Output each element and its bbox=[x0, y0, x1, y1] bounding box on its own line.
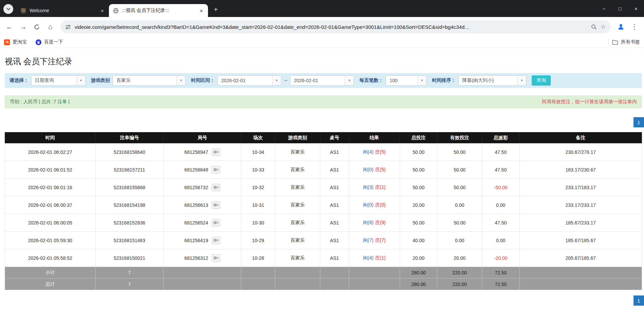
table-number: AS1 bbox=[320, 179, 349, 196]
table-number: AS1 bbox=[320, 196, 349, 214]
session: 10-33 bbox=[241, 161, 275, 179]
filter-bar: 请选择： 日期查询 ▼ 游戏类别 百家乐 ▼ 时间区间： 2026-02-01 … bbox=[5, 73, 642, 88]
date-range-tilde: ~ bbox=[284, 78, 287, 83]
table-row: 2026-02-01 06:02:27 523168158640 6812569… bbox=[5, 143, 642, 161]
tab-title: Welcome bbox=[30, 8, 96, 13]
new-tab-button[interactable]: + bbox=[211, 4, 221, 15]
game-type-label: 游戏类别 bbox=[91, 77, 110, 84]
round-cell: 681256613 bbox=[164, 196, 241, 214]
chevron-down-icon[interactable]: ▼ bbox=[176, 76, 185, 85]
video-icon bbox=[213, 238, 219, 242]
table-row: 2026-02-01 06:01:16 523168155668 6812567… bbox=[5, 179, 642, 196]
date-end-value: 2026-02-01 bbox=[290, 78, 345, 83]
date-end-select[interactable]: 2026-02-01 ▼ bbox=[290, 75, 354, 86]
result-banker: 庄(0) bbox=[375, 202, 386, 208]
payout: -50.00 bbox=[482, 179, 519, 196]
col-header-payout: 总派彩 bbox=[482, 132, 519, 143]
result-player: 闲(3) bbox=[363, 184, 373, 190]
baidu-paw-icon bbox=[36, 39, 41, 45]
bookmark-baidu[interactable]: 百度一下 bbox=[36, 39, 63, 45]
page-size-select[interactable]: 100 ▼ bbox=[386, 75, 427, 86]
search-button[interactable]: 查询 bbox=[532, 75, 551, 86]
note: 230.67/278.17 bbox=[519, 143, 642, 161]
round-cell: 681256312 bbox=[164, 249, 241, 267]
window-close-button[interactable]: × bbox=[628, 0, 644, 17]
video-button[interactable] bbox=[212, 148, 220, 156]
bet-time: 2026-02-01 06:01:52 bbox=[5, 161, 96, 179]
video-button[interactable] bbox=[212, 254, 220, 262]
total-bet-link[interactable]: 20.00 bbox=[400, 249, 437, 267]
maximize-button[interactable]: □ bbox=[612, 0, 628, 17]
payout: 47.50 bbox=[482, 161, 519, 179]
total-bet-link[interactable]: 50.00 bbox=[400, 214, 437, 232]
game-type: 百家乐 bbox=[275, 161, 320, 179]
chevron-down-icon[interactable]: ▼ bbox=[345, 76, 354, 85]
total-bet-link[interactable]: 40.00 bbox=[400, 232, 437, 249]
bet-time: 2026-02-01 05:59:30 bbox=[5, 232, 96, 249]
video-icon bbox=[213, 203, 219, 207]
bet-id: 523168154198 bbox=[95, 196, 164, 214]
video-button[interactable] bbox=[212, 219, 220, 227]
total-bet-link[interactable]: 20.00 bbox=[400, 196, 437, 214]
session: 10-30 bbox=[241, 214, 275, 232]
video-button[interactable] bbox=[212, 184, 220, 191]
browser-titlebar: Welcome × :::视讯 会员下注纪录::: × + − □ × bbox=[0, 0, 644, 17]
chevron-down-icon[interactable]: ▼ bbox=[272, 76, 281, 85]
result-banker: 庄(5) bbox=[375, 167, 386, 172]
subtotal-row: 小计 7 280.00 220.00 72.50 bbox=[5, 267, 642, 278]
valid-bet: 50.00 bbox=[437, 179, 482, 196]
game-type: 百家乐 bbox=[275, 249, 320, 267]
subtotal-valid-bet: 220.00 bbox=[437, 267, 482, 278]
video-button[interactable] bbox=[212, 237, 220, 244]
home-button[interactable]: ⌂ bbox=[44, 21, 56, 33]
tab-search-button[interactable] bbox=[3, 4, 13, 14]
tab-close-icon[interactable]: × bbox=[198, 7, 205, 14]
zoom-button[interactable] bbox=[591, 24, 597, 30]
chevron-down-icon[interactable]: ▼ bbox=[417, 76, 426, 85]
date-start-value: 2026-02-01 bbox=[218, 78, 272, 83]
table-number: AS1 bbox=[320, 143, 349, 161]
date-start-select[interactable]: 2026-02-01 ▼ bbox=[217, 75, 281, 86]
bookmark-taobao[interactable]: 淘 爱淘宝 bbox=[4, 39, 27, 45]
tab-welcome[interactable]: Welcome × bbox=[17, 4, 109, 17]
total-bet-link[interactable]: 50.00 bbox=[400, 179, 437, 196]
bet-time: 2026-02-01 05:58:52 bbox=[5, 249, 96, 267]
col-header-note: 备注 bbox=[519, 132, 642, 143]
all-bookmarks-button[interactable]: 所有书签 bbox=[612, 39, 640, 45]
welcome-tab-favicon bbox=[21, 8, 26, 14]
round-cell: 681256848 bbox=[164, 161, 241, 179]
reload-button[interactable] bbox=[31, 21, 43, 33]
result-player: 闲(8) bbox=[363, 220, 373, 225]
total-valid-bet: 220.00 bbox=[437, 278, 482, 290]
back-button[interactable]: ← bbox=[3, 21, 16, 33]
note: 233.17/183.17 bbox=[519, 179, 642, 196]
bookmark-star-icon[interactable]: ☆ bbox=[601, 23, 606, 31]
profile-button[interactable] bbox=[615, 21, 627, 33]
result-banker: 庄(9) bbox=[375, 220, 386, 225]
query-type-select[interactable]: 日期查询 ▼ bbox=[31, 75, 86, 86]
chevron-down-icon[interactable]: ▼ bbox=[517, 76, 526, 85]
page-size-value: 100 bbox=[386, 78, 417, 83]
chevron-down-icon[interactable]: ▼ bbox=[76, 76, 85, 85]
tab-bet-record[interactable]: :::视讯 会员下注纪录::: × bbox=[109, 4, 208, 17]
col-header-result: 结果 bbox=[349, 132, 400, 143]
total-total-bet: 280.00 bbox=[400, 278, 437, 290]
reload-icon bbox=[34, 24, 40, 30]
video-button[interactable] bbox=[212, 166, 220, 174]
address-bar[interactable]: videoie.com/game/betrecord_search/kind3?… bbox=[60, 20, 611, 33]
forward-button[interactable]: → bbox=[17, 21, 29, 33]
video-button[interactable] bbox=[212, 201, 220, 209]
page-number-button[interactable]: 1 bbox=[633, 295, 644, 306]
menu-button[interactable]: ⋮ bbox=[628, 21, 641, 33]
total-bet-link[interactable]: 50.00 bbox=[400, 143, 437, 161]
game-type-select[interactable]: 百家乐 ▼ bbox=[113, 75, 186, 86]
pagination-bottom: 1 bbox=[5, 295, 644, 306]
sort-order-select[interactable]: 降冪(由大到小) ▼ bbox=[458, 75, 526, 86]
minimize-button[interactable]: − bbox=[596, 0, 612, 17]
col-header-round: 局号 bbox=[164, 132, 241, 143]
url-text[interactable]: videoie.com/game/betrecord_search/kind3?… bbox=[75, 24, 587, 30]
round-number: 681256312 bbox=[184, 255, 208, 261]
page-number-button[interactable]: 1 bbox=[633, 117, 644, 127]
tab-close-icon[interactable]: × bbox=[99, 7, 106, 14]
total-bet-link[interactable]: 50.00 bbox=[400, 161, 437, 179]
